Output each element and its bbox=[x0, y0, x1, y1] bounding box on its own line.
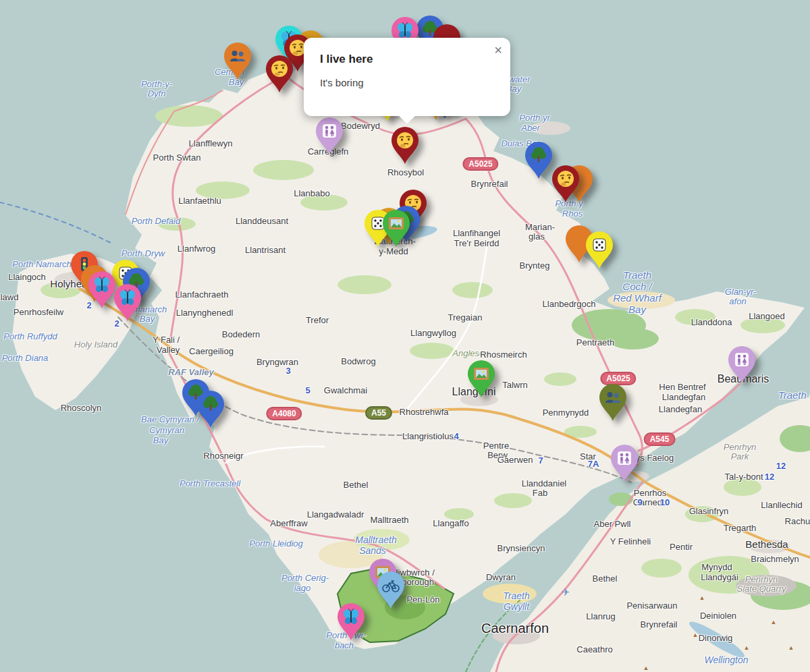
dice-icon bbox=[593, 239, 605, 251]
popup-body: It's boring bbox=[320, 77, 494, 88]
map-pin[interactable] bbox=[550, 165, 581, 203]
map-pin[interactable] bbox=[466, 360, 497, 398]
map-pin[interactable] bbox=[375, 571, 406, 609]
map-pin[interactable] bbox=[389, 127, 421, 165]
map-pin[interactable] bbox=[597, 384, 628, 422]
map-pin[interactable] bbox=[726, 346, 757, 384]
map-canvas[interactable]: Porth-y-DyfnCemlynBayhwaterBayPorth yrAb… bbox=[0, 0, 810, 672]
restroom-icon bbox=[618, 451, 631, 465]
map-pin[interactable] bbox=[222, 43, 253, 80]
marker-popup: I live here It's boring × bbox=[304, 38, 510, 116]
picture-icon bbox=[474, 368, 489, 380]
map-pin[interactable] bbox=[381, 210, 412, 248]
map-pin[interactable] bbox=[584, 231, 615, 269]
picture-icon bbox=[389, 217, 404, 229]
restroom-icon bbox=[735, 353, 749, 366]
thinking-icon bbox=[558, 171, 574, 187]
popup-title: I live here bbox=[320, 53, 494, 66]
map-pin[interactable] bbox=[195, 391, 226, 428]
map-pin[interactable] bbox=[264, 55, 295, 93]
restroom-icon bbox=[323, 124, 336, 138]
map-pin[interactable] bbox=[609, 445, 640, 482]
thinking-icon bbox=[271, 61, 288, 77]
map-pin[interactable] bbox=[314, 117, 345, 155]
thinking-icon bbox=[397, 132, 413, 148]
map-pin[interactable] bbox=[112, 284, 143, 322]
close-icon[interactable]: × bbox=[494, 43, 502, 57]
map-pin[interactable] bbox=[335, 603, 367, 641]
